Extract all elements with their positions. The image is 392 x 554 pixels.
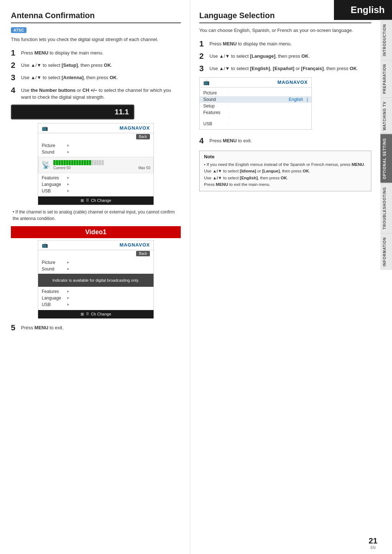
menu-item-features-2: Features ▶ bbox=[38, 288, 154, 295]
right-step-1-text: Press MENU to display the main menu. bbox=[209, 39, 292, 48]
step-3: 3 Use ▲/▼ to select [Antenna], then pres… bbox=[11, 73, 181, 82]
note-text: • If you need the English menus instead … bbox=[204, 161, 367, 188]
menu-item-sound: Sound ▶ bbox=[38, 149, 154, 155]
right-menu-spacer: · bbox=[200, 116, 311, 121]
main-content: Antenna Confirmation ATSC This function … bbox=[0, 0, 380, 554]
tab-information[interactable]: INFORMATION bbox=[380, 233, 392, 270]
left-description: This function lets you check the digital… bbox=[11, 36, 181, 43]
menu-item-usb: USB ▶ bbox=[38, 188, 154, 194]
tab-preparation[interactable]: PREPARATION bbox=[380, 60, 392, 97]
indicator-message: Indicator is available for digital broad… bbox=[38, 274, 154, 287]
step-2-text: Use ▲/▼ to select [Setup], then press OK… bbox=[21, 61, 112, 69]
right-section-title: Language Selection bbox=[199, 11, 371, 23]
tab-optional-setting[interactable]: OPTIONAL SETTING bbox=[380, 134, 392, 183]
right-menu-setup: Setup · bbox=[200, 103, 311, 109]
menu-items-2: Picture ▶ Sound ▶ Indicator is available… bbox=[38, 257, 154, 310]
right-menu-usb: USB · bbox=[200, 121, 311, 127]
menu-item-picture: Picture ▶ bbox=[38, 142, 154, 149]
right-step-4-text: Press MENU to exit. bbox=[209, 136, 252, 144]
right-menu-sound: Sound English | bbox=[200, 96, 311, 103]
magnavox-logo-1: MAGNAVOX bbox=[119, 125, 150, 131]
step-4: 4 Use the Number buttons or CH +/− to se… bbox=[11, 86, 181, 101]
menu-item-features: Features ▶ bbox=[38, 175, 154, 181]
right-column: Language Selection You can choose Englis… bbox=[190, 0, 380, 554]
left-section-title: Antenna Confirmation bbox=[11, 11, 181, 23]
channel-display: 11.1 bbox=[12, 106, 133, 118]
video-display: Video1 bbox=[11, 226, 181, 238]
step-3-text: Use ▲/▼ to select [Antenna], then press … bbox=[21, 73, 118, 81]
atsc-badge: ATSC bbox=[11, 27, 26, 33]
bullet-note: If the channel is set to analog (cable) … bbox=[11, 209, 181, 222]
right-description: You can choose English, Spanish, or Fren… bbox=[199, 27, 371, 34]
right-step-2-text: Use ▲/▼ to select [Language], then press… bbox=[209, 52, 310, 60]
right-menu-items: Picture · Sound English | Setup · Featur… bbox=[200, 87, 311, 129]
menu-items-1: Picture ▶ Sound ▶ 📡 bbox=[38, 140, 154, 196]
right-step-3: 3 Use ▲/▼ to select [English], [Español]… bbox=[199, 64, 371, 73]
tv-icon-1: 📺 bbox=[42, 125, 48, 131]
ch-change-bar-1: ⊞ ⠿ Ch Change bbox=[38, 196, 154, 205]
side-tab-navigation: INTRODUCTION PREPARATION WATCHING TV OPT… bbox=[380, 20, 392, 270]
tab-troubleshooting[interactable]: TROUBLESHOOTING bbox=[380, 183, 392, 233]
tab-introduction[interactable]: INTRODUCTION bbox=[380, 20, 392, 60]
step-4-num: 4 bbox=[11, 86, 21, 95]
step-1-text: Press MENU to display the main menu. bbox=[21, 48, 103, 57]
menu-screen-1: 📺 MAGNAVOX Back Picture ▶ Sound ▶ bbox=[38, 123, 154, 205]
menu-header-2: 📺 MAGNAVOX bbox=[38, 240, 154, 250]
antenna-icon: 📡 bbox=[41, 160, 50, 169]
right-step-2-num: 2 bbox=[199, 52, 209, 61]
right-menu-features: Features · bbox=[200, 109, 311, 116]
right-step-3-num: 3 bbox=[199, 64, 209, 73]
tab-watching-tv[interactable]: WATCHING TV bbox=[380, 97, 392, 134]
menu-item-language: Language ▶ bbox=[38, 181, 154, 188]
signal-area: 📡 Curr bbox=[38, 157, 154, 173]
signal-bar-container: Current 50 Max 50 bbox=[53, 160, 150, 170]
note-box: Note • If you need the English menus ins… bbox=[199, 151, 371, 191]
step-2-num: 2 bbox=[11, 61, 21, 70]
right-step-4: 4 Press MENU to exit. bbox=[199, 136, 371, 146]
page-number-container: 21 EN bbox=[369, 536, 377, 550]
menu-item-picture-2: Picture ▶ bbox=[38, 259, 154, 266]
menu-item-usb-2: USB ▶ bbox=[38, 301, 154, 308]
page-lang: EN bbox=[371, 546, 376, 550]
right-tv-icon: 📺 bbox=[203, 80, 209, 85]
tv-screen-1: 11.1 bbox=[11, 105, 134, 119]
right-step-3-text: Use ▲/▼ to select [English], [Español] o… bbox=[209, 64, 358, 72]
tv-icon-2: 📺 bbox=[42, 242, 48, 248]
step-1-num: 1 bbox=[11, 48, 21, 58]
magnavox-logo-2: MAGNAVOX bbox=[119, 242, 150, 248]
right-menu-picture: Picture · bbox=[200, 90, 311, 96]
left-column: Antenna Confirmation ATSC This function … bbox=[0, 0, 190, 554]
menu-item-sound-2: Sound ▶ bbox=[38, 266, 154, 272]
step-5-text: Press MENU to exit. bbox=[21, 323, 64, 331]
right-menu-header: 📺 MAGNAVOX bbox=[200, 78, 311, 87]
note-title: Note bbox=[204, 154, 367, 159]
menu-screen-2: 📺 MAGNAVOX Back Picture ▶ Sound ▶ Indica… bbox=[38, 240, 154, 319]
right-step-1: 1 Press MENU to display the main menu. bbox=[199, 39, 371, 49]
back-button-1[interactable]: Back bbox=[136, 134, 150, 139]
page-number: 21 bbox=[369, 536, 377, 546]
step-5-num: 5 bbox=[11, 323, 21, 333]
right-step-1-num: 1 bbox=[199, 39, 209, 49]
menu-header-1: 📺 MAGNAVOX bbox=[38, 123, 154, 133]
step-1: 1 Press MENU to display the main menu. bbox=[11, 48, 181, 58]
back-button-2[interactable]: Back bbox=[136, 251, 150, 256]
right-step-4-num: 4 bbox=[199, 136, 209, 146]
right-menu-screen: 📺 MAGNAVOX Picture · Sound English | Set… bbox=[199, 77, 312, 130]
language-selected-value: English bbox=[289, 97, 303, 102]
signal-bars bbox=[53, 160, 150, 165]
step-5: 5 Press MENU to exit. bbox=[11, 323, 181, 333]
ch-change-bar-2: ⊞ ⠿ Ch Change bbox=[38, 310, 154, 318]
signal-labels: Current 50 Max 50 bbox=[53, 166, 150, 170]
right-magnavox-logo: MAGNAVOX bbox=[277, 80, 308, 85]
menu-item-language-2: Language ▶ bbox=[38, 295, 154, 301]
step-4-text: Use the Number buttons or CH +/− to sele… bbox=[21, 86, 181, 101]
step-2: 2 Use ▲/▼ to select [Setup], then press … bbox=[11, 61, 181, 70]
step-3-num: 3 bbox=[11, 73, 21, 82]
right-step-2: 2 Use ▲/▼ to select [Language], then pre… bbox=[199, 52, 371, 61]
